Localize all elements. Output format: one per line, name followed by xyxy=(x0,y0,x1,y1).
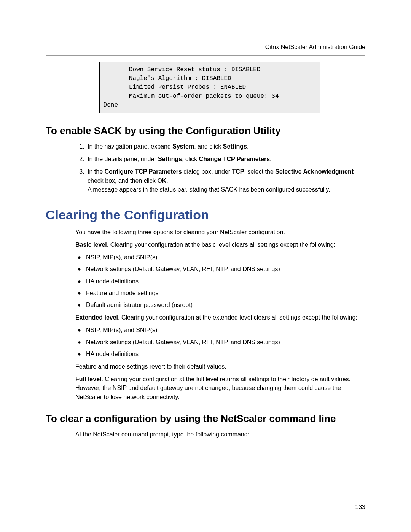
major-heading-clearing-config: Clearing the Configuration xyxy=(46,208,365,222)
list-item: Feature and mode settings xyxy=(75,289,365,297)
steps-list: In the navigation pane, expand System, a… xyxy=(75,142,365,194)
list-item: HA node definitions xyxy=(75,350,365,358)
bottom-divider xyxy=(46,445,365,445)
paragraph: At the NetScaler command prompt, type th… xyxy=(75,430,365,439)
running-header: Citrix NetScaler Administration Guide xyxy=(265,44,365,51)
code-block: Down Service Reset status : DISABLED Nag… xyxy=(99,62,320,113)
list-item: HA node definitions xyxy=(75,277,365,286)
list-item: Default administrator password (nsroot) xyxy=(75,300,365,309)
step-item: In the navigation pane, expand System, a… xyxy=(86,142,365,151)
list-item: Network settings (Default Gateway, VLAN,… xyxy=(75,265,365,273)
paragraph: Extended level. Clearing your configurat… xyxy=(75,313,365,322)
top-divider xyxy=(46,55,365,56)
list-item: Network settings (Default Gateway, VLAN,… xyxy=(75,338,365,347)
bullet-list-basic: NSIP, MIP(s), and SNIP(s) Network settin… xyxy=(75,253,365,309)
paragraph: Feature and mode settings revert to thei… xyxy=(75,362,365,371)
paragraph: You have the following three options for… xyxy=(75,228,365,236)
section-heading-clear-cli: To clear a configuration by using the Ne… xyxy=(46,413,365,425)
paragraph: Basic level. Clearing your configuration… xyxy=(75,240,365,249)
section-heading-enable-sack: To enable SACK by using the Configuratio… xyxy=(46,125,365,137)
bullet-list-extended: NSIP, MIP(s), and SNIP(s) Network settin… xyxy=(75,326,365,358)
step-item: In the details pane, under Settings, cli… xyxy=(86,155,365,163)
page-number: 133 xyxy=(355,504,365,511)
list-item: NSIP, MIP(s), and SNIP(s) xyxy=(75,326,365,334)
step-item: In the Configure TCP Parameters dialog b… xyxy=(86,167,365,194)
paragraph: Full level. Clearing your configuration … xyxy=(75,375,365,401)
list-item: NSIP, MIP(s), and SNIP(s) xyxy=(75,253,365,262)
document-page: Citrix NetScaler Administration Guide Do… xyxy=(0,0,411,532)
